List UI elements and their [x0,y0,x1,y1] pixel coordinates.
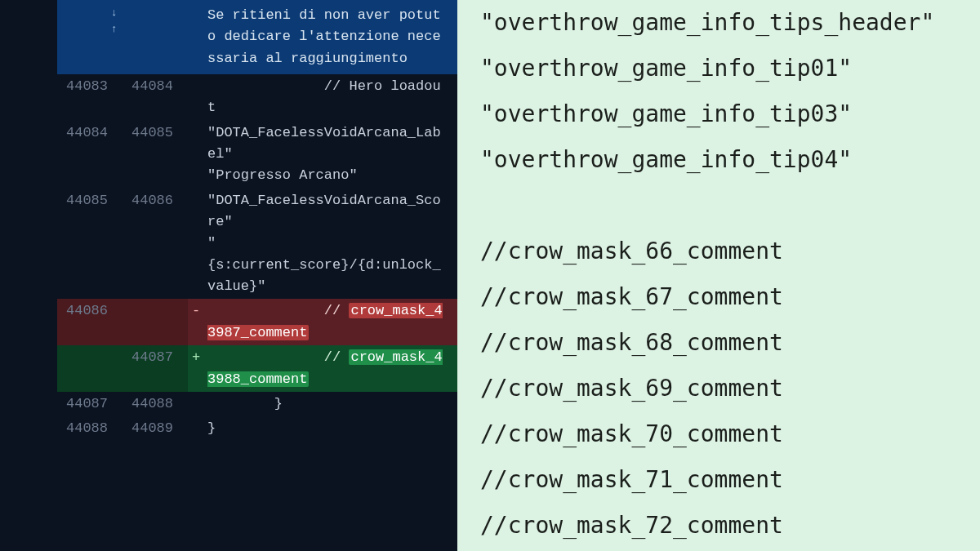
panel-line: "overthrow_game_info_tip01" [480,46,965,91]
line-number-new: 44087 [122,345,188,392]
diff-code: // crow_mask_43988_comment [204,345,457,392]
diff-gutter: + [188,345,204,392]
diff-code: "DOTA_FacelessVoidArcana_Score" " {s:cur… [204,189,457,300]
line-number-new: 44088 [122,392,188,416]
diff-line-added: 44087 + // crow_mask_43988_comment [57,345,457,392]
diff-gutter [188,74,204,121]
line-number-new [122,299,188,345]
side-panel: "overthrow_game_info_tips_header" "overt… [457,0,980,551]
chevron-up-icon: ↑ [57,21,173,38]
line-number-old: 44084 [57,121,122,189]
line-number-old: 44086 [57,299,122,345]
panel-line: "overthrow_game_info_tips_header" [480,0,965,46]
line-number-new: 44086 [122,189,188,300]
panel-line: //crow_mask_70_comment [480,411,965,457]
expand-above-row[interactable]: ↓ ↑ Se ritieni di non aver potuto dedica… [57,0,457,74]
line-number-old: 44085 [57,189,122,300]
diff-viewer: ↓ ↑ Se ritieni di non aver potuto dedica… [0,0,457,551]
diff-code: } [204,392,457,416]
panel-blank [480,183,965,229]
diff-gutter [188,189,204,300]
panel-line: //crow_mask_72_comment [480,503,965,549]
diff-code: } [204,416,457,441]
diff-line: 44088 44089 } [57,416,457,441]
expand-context-text: Se ritieni di non aver potuto dedicare l… [204,0,457,74]
panel-line: //crow_mask_69_comment [480,366,965,411]
diff-code: // Hero loadout [204,74,457,121]
line-number-old [57,345,122,392]
line-number-new: 44084 [122,74,188,121]
diff-code: // crow_mask_43987_comment [204,299,457,345]
diff-table: ↓ ↑ Se ritieni di non aver potuto dedica… [57,0,457,442]
diff-line: 44085 44086 "DOTA_FacelessVoidArcana_Sco… [57,189,457,300]
diff-gutter [188,416,204,441]
chevron-down-icon: ↓ [57,5,173,21]
diff-line-deleted: 44086 - // crow_mask_43987_comment [57,299,457,345]
diff-gutter: - [188,299,204,345]
line-number-old: 44083 [57,74,122,121]
diff-code: "DOTA_FacelessVoidArcana_Label" "Progres… [204,121,457,189]
panel-line: //crow_mask_68_comment [480,320,965,366]
diff-line: 44084 44085 "DOTA_FacelessVoidArcana_Lab… [57,121,457,189]
line-number-old: 44088 [57,416,122,441]
panel-line: "overthrow_game_info_tip03" [480,91,965,137]
diff-line: 44083 44084 // Hero loadout [57,74,457,121]
line-number-new: 44089 [122,416,188,441]
line-number-new: 44085 [122,121,188,189]
panel-line: //crow_mask_67_comment [480,274,965,320]
panel-line: //crow_mask_71_comment [480,457,965,503]
diff-line: 44087 44088 } [57,392,457,416]
panel-line: "overthrow_game_info_tip04" [480,137,965,183]
panel-line: //crow_mask_66_comment [480,229,965,274]
line-number-old: 44087 [57,392,122,416]
diff-gutter [188,121,204,189]
diff-gutter [188,392,204,416]
